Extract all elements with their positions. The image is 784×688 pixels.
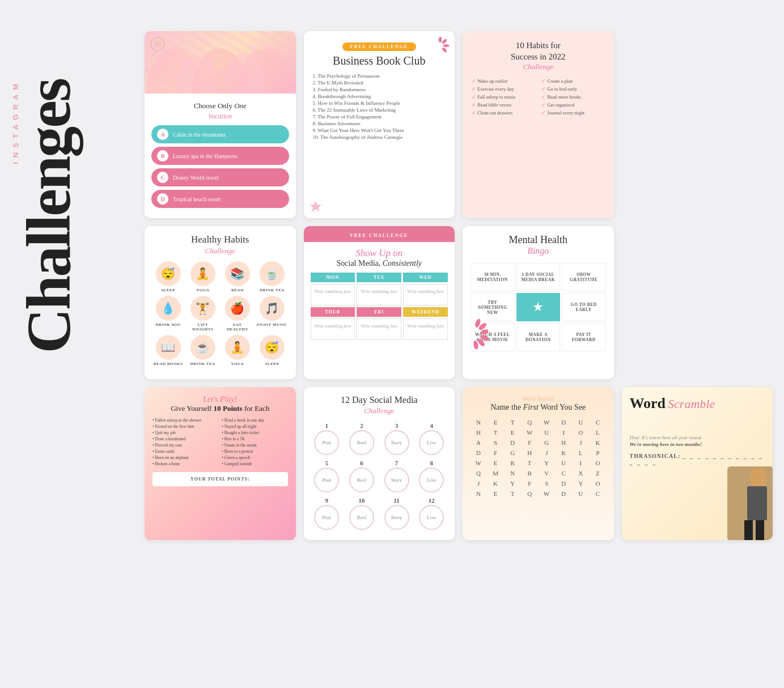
wl-42: N	[505, 469, 520, 478]
music-label: ENJOY MUSIC	[257, 322, 287, 327]
weights-label: LIFT WEIGHTS	[187, 322, 218, 332]
wl-29: K	[556, 448, 571, 457]
12day-title: 12 Day Social Media	[312, 395, 447, 405]
wl-3: Q	[522, 418, 537, 427]
svg-rect-22	[747, 486, 767, 520]
play-r1: • Read a book in one day	[222, 418, 287, 423]
svg-point-5	[439, 37, 442, 43]
day-num-7: 7	[395, 460, 399, 466]
wl-31: P	[590, 448, 605, 457]
play-r8: • Camped outside	[222, 461, 287, 466]
day-cell-7: 7 Story	[382, 460, 412, 492]
wl-14: O	[573, 428, 588, 437]
card-vacation: Choose Only One Vacation A Cabin in the …	[145, 31, 296, 218]
wl-57: E	[488, 489, 503, 498]
day-num-9: 9	[325, 497, 329, 504]
book-4: 4. Breakthrough Advertising	[313, 94, 446, 99]
wl-8: H	[471, 428, 486, 437]
scramble-title-block: Word Scramble	[630, 395, 765, 412]
book-5: 5. How to Win Friends & Influence People	[313, 100, 446, 106]
option-d[interactable]: D Tropical beach resort	[151, 190, 289, 208]
coffee-icon: ☕	[190, 335, 215, 360]
left-title-area: INSTAGRAM Challenges	[17, 45, 142, 555]
cards-row-1: Choose Only One Vacation A Cabin in the …	[145, 31, 773, 218]
wl-26: G	[505, 448, 520, 457]
wl-30: L	[573, 448, 588, 457]
option-c[interactable]: C Disney World resort	[151, 168, 289, 186]
day-cell-3: 3 Story	[382, 422, 412, 455]
svg-point-21	[750, 468, 767, 488]
book-9: 9. What Got Your Here Won't Get You Ther…	[313, 128, 446, 133]
option-a[interactable]: A Cabin in the mountains	[151, 125, 289, 143]
eat-icon: 🍎	[225, 296, 250, 321]
wl-45: C	[556, 469, 571, 478]
day-num-4: 4	[430, 422, 433, 429]
wl-39: O	[590, 458, 605, 468]
habits-title: 10 Habits forSuccess in 2022	[472, 40, 605, 62]
wl-19: F	[522, 438, 537, 447]
play-items: • Fallen asleep in the shower • Read a b…	[152, 418, 288, 466]
play-total-points: YOUR TOTAL POINTS:	[152, 472, 288, 486]
vacation-subtitle: Vacation	[208, 112, 232, 120]
wl-41: M	[488, 469, 503, 478]
wl-5: D	[556, 418, 571, 427]
wl-58: T	[505, 489, 520, 498]
tea-icon: 🍵	[260, 261, 285, 286]
svg-point-6	[441, 39, 447, 45]
wl-11: W	[522, 428, 537, 437]
12day-grid: 1 Post 2 Reel 3 Story 4 Live	[312, 422, 447, 530]
wl-15: L	[590, 428, 605, 437]
wl-52: S	[539, 479, 554, 488]
day-num-2: 2	[360, 422, 363, 429]
habit-r4: ✓ Get organized	[541, 102, 604, 108]
wl-10: E	[505, 428, 520, 437]
healthy-item-water: 💧 DRINK H2O	[152, 296, 184, 332]
wl-23: K	[590, 438, 605, 447]
wl-4: W	[539, 418, 554, 427]
option-b[interactable]: B Luxury spa in the Hamptons	[151, 147, 289, 165]
scramble-title2: Scramble	[668, 397, 715, 411]
option-a-text: Cabin in the mountains	[173, 131, 226, 138]
wl-33: E	[488, 458, 503, 468]
day-fri-header: FRI	[357, 307, 401, 317]
healthy-item-yoga: 🧘 YOGA	[187, 261, 218, 292]
wl-1: E	[488, 418, 503, 427]
svg-point-8	[441, 46, 447, 53]
day-num-3: 3	[395, 422, 399, 429]
play-l6: • Eaten sushi	[152, 449, 218, 454]
wl-35: T	[522, 458, 537, 468]
svg-point-19	[473, 340, 479, 350]
bingo-cell-9: PAY IT FORWARD	[562, 323, 606, 351]
play-r7: • Given a speech	[222, 455, 287, 460]
wl-25: F	[488, 448, 503, 457]
wl-32: W	[471, 458, 486, 468]
day-circle-1: Post	[314, 430, 339, 455]
wl-16: A	[471, 438, 486, 447]
sleep2-label: SLEEP	[265, 362, 279, 366]
day-circle-11: Story	[384, 505, 409, 530]
social-title2: Social Media, Consistently	[311, 259, 448, 268]
scramble-clue: We're moving here in two months!	[630, 441, 765, 447]
play-l7: • Been on an airplane	[152, 455, 218, 460]
bingo-cell-star: ★	[516, 293, 561, 321]
deco-burst	[430, 36, 450, 56]
wl-62: U	[573, 489, 588, 498]
book-1: 1. The Psychology of Persuasion	[313, 73, 446, 79]
12day-subtitle: Challenge	[312, 406, 447, 415]
habit-r5: ✓ Journal every night	[541, 110, 604, 116]
play-title2: Give Yourself 10 Points for Each	[152, 404, 288, 413]
book-8: 8. Business Adventures	[313, 121, 446, 126]
day-circle-6: Reel	[349, 468, 374, 492]
card-12day: 12 Day Social Media Challenge 1 Post 2 R…	[304, 387, 455, 540]
healthy-item-sleep2: 😴 SLEEP	[256, 335, 287, 366]
challenges-title: Challenges	[23, 79, 76, 353]
wl-40: Q	[471, 469, 486, 478]
option-b-text: Luxury spa in the Hamptons	[173, 153, 238, 159]
day-num-1: 1	[325, 422, 329, 429]
option-c-letter: C	[157, 172, 168, 183]
habit-r2: ✓ Go to bed early	[541, 86, 604, 92]
bookclub-title: Business Book Club	[313, 54, 446, 67]
cell-tue: Write something here	[357, 284, 401, 305]
wl-18: D	[505, 438, 520, 447]
play-r3: • Bought a lotto ticket	[222, 430, 287, 435]
